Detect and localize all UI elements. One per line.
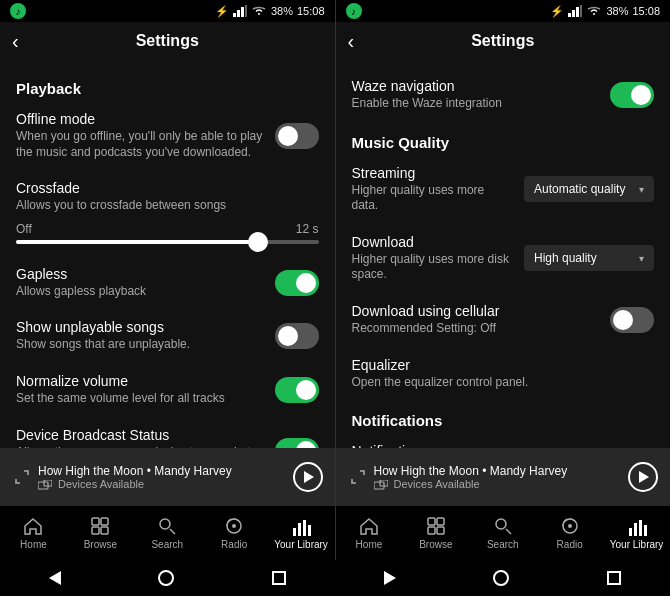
- left-row-unplayable: Show unplayable songs Show songs that ar…: [0, 309, 335, 363]
- left-nav-browse-label: Browse: [84, 539, 117, 550]
- left-row-gapless: Gapless Allows gapless playback: [0, 256, 335, 310]
- left-broadcast-toggle[interactable]: [275, 438, 319, 448]
- right-cellular-toggle[interactable]: [610, 307, 654, 333]
- left-nav-search[interactable]: Search: [134, 506, 201, 560]
- svg-rect-1: [237, 10, 240, 17]
- right-page-title: Settings: [471, 32, 534, 50]
- left-now-playing[interactable]: How High the Moon • Mandy Harvey Devices…: [0, 448, 335, 506]
- svg-rect-21: [580, 5, 582, 17]
- svg-rect-25: [437, 518, 444, 525]
- svg-point-13: [232, 524, 236, 528]
- left-gapless-sub: Allows gapless playback: [16, 284, 263, 300]
- right-cellular-title: Download using cellular: [352, 303, 599, 319]
- right-download-quality-label: High quality: [534, 251, 597, 265]
- slider-label-left: Off: [16, 222, 32, 236]
- right-nav-radio-label: Radio: [557, 539, 583, 550]
- left-page-title: Settings: [136, 32, 199, 50]
- android-recent-button-right[interactable]: [607, 571, 621, 585]
- right-wifi-icon: [586, 6, 602, 16]
- right-expand-icon: [348, 467, 368, 487]
- right-signal-icon: [568, 5, 582, 17]
- left-content: Playback Offline mode When you go offlin…: [0, 60, 335, 448]
- left-crossfade-title: Crossfade: [16, 180, 307, 196]
- android-back-button[interactable]: [49, 571, 61, 585]
- right-row-cellular: Download using cellular Recommended Sett…: [336, 293, 671, 347]
- right-browse-icon: [426, 516, 446, 536]
- right-waze-toggle[interactable]: [610, 82, 654, 108]
- slider-thumb[interactable]: [248, 232, 268, 252]
- left-offline-title: Offline mode: [16, 111, 263, 127]
- left-signal-icon: [233, 5, 247, 17]
- left-row-offline: Offline mode When you go offline, you'll…: [0, 101, 335, 170]
- right-content: Waze navigation Enable the Waze integrat…: [336, 60, 671, 448]
- right-back-button[interactable]: ‹: [348, 30, 355, 53]
- svg-rect-27: [437, 527, 444, 534]
- left-nav-home[interactable]: Home: [0, 506, 67, 560]
- right-cellular-sub: Recommended Setting: Off: [352, 321, 599, 337]
- left-nav-browse[interactable]: Browse: [67, 506, 134, 560]
- svg-point-31: [568, 524, 572, 528]
- right-section-notifications: Notifications: [336, 400, 671, 433]
- left-track-title: How High the Moon • Mandy Harvey: [38, 464, 293, 478]
- right-streaming-quality[interactable]: Automatic quality ▾: [524, 176, 654, 202]
- android-recent-button[interactable]: [272, 571, 286, 585]
- right-row-notifications[interactable]: Notifications Choose which notifications…: [336, 433, 671, 448]
- search-icon: [157, 516, 177, 536]
- left-play-button[interactable]: [293, 462, 323, 492]
- right-screen: ♪ ⚡ 38% 15:08 ‹: [335, 0, 671, 560]
- right-play-button[interactable]: [628, 462, 658, 492]
- left-nav-radio-label: Radio: [221, 539, 247, 550]
- left-expand-icon: [12, 467, 32, 487]
- right-row-waze: Waze navigation Enable the Waze integrat…: [336, 68, 671, 122]
- left-row-crossfade: Crossfade Allows you to crossfade betwee…: [0, 170, 335, 216]
- right-nav-search[interactable]: Search: [469, 506, 536, 560]
- svg-rect-34: [639, 520, 642, 536]
- right-now-playing[interactable]: How High the Moon • Mandy Harvey Devices…: [336, 448, 671, 506]
- svg-rect-14: [293, 528, 296, 536]
- left-battery-text: 38%: [271, 5, 293, 17]
- right-nav-library[interactable]: Your Library: [603, 506, 670, 560]
- left-unplayable-sub: Show songs that are unplayable.: [16, 337, 263, 353]
- left-status-right: ⚡ 38% 15:08: [215, 5, 325, 18]
- android-home-button[interactable]: [158, 570, 174, 586]
- right-nav-home[interactable]: Home: [336, 506, 403, 560]
- svg-rect-15: [298, 523, 301, 536]
- left-offline-toggle[interactable]: [275, 123, 319, 149]
- right-row-equalizer[interactable]: Equalizer Open the equalizer control pan…: [336, 347, 671, 401]
- right-streaming-chevron: ▾: [639, 184, 644, 195]
- right-devices-available: Devices Available: [374, 478, 629, 490]
- left-gapless-toggle[interactable]: [275, 270, 319, 296]
- left-nav-library-label: Your Library: [274, 539, 328, 550]
- slider-fill: [16, 240, 264, 244]
- left-nav-library[interactable]: Your Library: [268, 506, 335, 560]
- svg-rect-32: [629, 528, 632, 536]
- right-nav-browse[interactable]: Browse: [402, 506, 469, 560]
- right-nav-home-label: Home: [356, 539, 383, 550]
- right-devices-icon: [374, 480, 388, 490]
- left-nav-radio[interactable]: Radio: [201, 506, 268, 560]
- right-waze-sub: Enable the Waze integration: [352, 96, 599, 112]
- android-back-button-right[interactable]: [384, 571, 396, 585]
- right-nav-search-label: Search: [487, 539, 519, 550]
- left-unplayable-toggle[interactable]: [275, 323, 319, 349]
- left-broadcast-title: Device Broadcast Status: [16, 427, 263, 443]
- right-nav-radio[interactable]: Radio: [536, 506, 603, 560]
- svg-rect-26: [428, 527, 435, 534]
- left-normalize-toggle[interactable]: [275, 377, 319, 403]
- right-download-quality[interactable]: High quality ▾: [524, 245, 654, 271]
- svg-rect-6: [92, 518, 99, 525]
- svg-rect-18: [568, 13, 571, 17]
- right-play-icon: [639, 471, 649, 483]
- left-play-icon: [304, 471, 314, 483]
- right-download-title: Download: [352, 234, 513, 250]
- svg-line-11: [170, 529, 175, 534]
- crossfade-slider[interactable]: [16, 240, 319, 244]
- svg-rect-7: [101, 518, 108, 525]
- right-time: 15:08: [632, 5, 660, 17]
- android-home-button-right[interactable]: [493, 570, 509, 586]
- left-back-button[interactable]: ‹: [12, 30, 19, 53]
- svg-rect-16: [303, 520, 306, 536]
- right-battery-text: 38%: [606, 5, 628, 17]
- left-status-bar: ♪ ⚡ 38% 15:08: [0, 0, 335, 22]
- left-row-broadcast: Device Broadcast Status Allow other apps…: [0, 417, 335, 448]
